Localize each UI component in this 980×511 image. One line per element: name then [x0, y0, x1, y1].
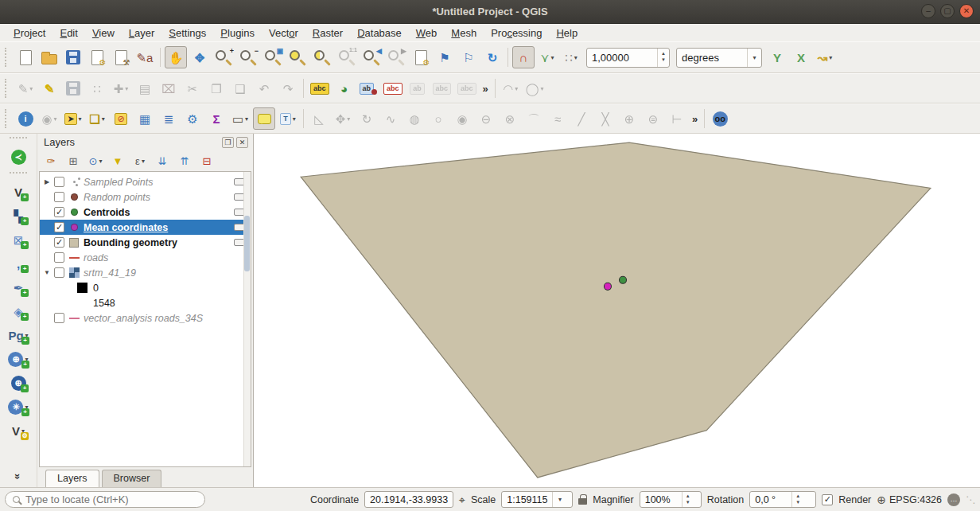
show-bookmark-manager-button[interactable]: ⚐ — [457, 46, 480, 68]
delete-part-button[interactable]: ⊗ — [499, 107, 521, 130]
copy-features-button[interactable]: ❐ — [205, 77, 228, 99]
select-features-button[interactable]: ➤▾ — [62, 107, 84, 130]
scale-combo[interactable]: 1:159115 ▾ — [501, 491, 573, 508]
menu-project[interactable]: Project — [6, 25, 52, 41]
extents-toggle-icon[interactable]: ⌖ — [459, 494, 465, 505]
layer-row-mean-coordinates[interactable]: ✓Mean coordinates — [40, 220, 251, 235]
toggle-editing-button[interactable]: ✎ — [38, 77, 60, 99]
layer-visibility-checkbox[interactable] — [54, 177, 64, 187]
left-toolbar-overflow[interactable]: » — [12, 471, 24, 482]
pan-to-selection-button[interactable]: ✥ — [189, 46, 211, 68]
add-part-button[interactable]: ○ — [427, 107, 449, 130]
panel-close-icon[interactable]: ✕ — [236, 137, 248, 148]
add-oracle-layer-button[interactable]: ◈+ — [6, 301, 30, 322]
chevron-down-icon[interactable]: ▾ — [747, 49, 761, 67]
open-layer-styling-button[interactable]: ✑ — [41, 152, 60, 170]
locate-input[interactable] — [25, 493, 197, 505]
tab-browser[interactable]: Browser — [102, 470, 162, 487]
style-manager-button[interactable]: ✎a — [134, 46, 156, 68]
move-feature-button[interactable]: ✥▾ — [332, 107, 354, 130]
show-hide-labels-button[interactable]: abc — [430, 77, 454, 99]
current-edits-button[interactable]: ✎▾ — [14, 77, 37, 99]
pan-map-button[interactable]: ✋ — [165, 46, 187, 68]
lock-scale-icon[interactable] — [578, 498, 587, 505]
scrollbar-thumb[interactable] — [244, 216, 250, 271]
add-raster-layer-button[interactable]: ▚+ — [6, 205, 30, 227]
layer-visibility-checkbox[interactable]: ✓ — [54, 207, 64, 217]
add-spatialite-layer-button[interactable]: ✒+ — [6, 277, 30, 298]
cut-features-button[interactable]: ✂ — [181, 77, 204, 99]
menu-web[interactable]: Web — [409, 25, 445, 41]
chevron-down-icon[interactable]: ▾ — [552, 492, 566, 507]
save-project-button[interactable] — [62, 46, 84, 68]
topological-editing-button[interactable]: Y — [766, 46, 788, 68]
layer-visibility-checkbox[interactable] — [54, 192, 64, 202]
menu-help[interactable]: Help — [549, 25, 585, 41]
layer-labeling-button[interactable]: abc — [308, 77, 332, 99]
menu-mesh[interactable]: Mesh — [444, 25, 484, 41]
delete-ring-button[interactable]: ⊖ — [475, 107, 497, 130]
panel-float-icon[interactable]: ❐ — [222, 137, 234, 148]
locate-bar[interactable] — [5, 491, 205, 508]
field-calculator-button[interactable]: ≣ — [158, 107, 180, 130]
toolbar-drag-handle[interactable] — [5, 48, 10, 67]
undo-button[interactable]: ↶ — [253, 77, 275, 99]
menu-layer[interactable]: Layer — [122, 25, 162, 41]
zoom-out-button[interactable]: − — [237, 46, 260, 68]
save-layer-edits-button[interactable] — [62, 77, 84, 99]
rotate-feature-button[interactable]: ↻ — [356, 107, 378, 130]
snapping-units-combo[interactable]: degrees▾ — [676, 48, 762, 68]
crs-globe-icon[interactable]: ⊕ — [877, 494, 886, 505]
zoom-native-resolution-button[interactable]: 1:1 — [336, 46, 359, 68]
tab-layers[interactable]: Layers — [45, 470, 99, 487]
add-wms-layer-button[interactable]: ⊕+▾ — [6, 349, 30, 370]
collapse-all-button[interactable]: ⇈ — [175, 152, 194, 170]
layer-row-bounding-geometry[interactable]: ✓Bounding geometry — [40, 235, 251, 250]
zoom-full-extent-button[interactable]: ▣ — [262, 46, 285, 68]
delete-selected-button[interactable]: ⌧ — [158, 77, 180, 99]
menu-edit[interactable]: Edit — [52, 25, 84, 41]
offset-curve-button[interactable]: ⌒ — [523, 107, 545, 130]
layer-visibility-checkbox[interactable] — [54, 252, 64, 263]
map-tips-button[interactable] — [253, 107, 275, 130]
cad-tools-button[interactable]: ◺ — [308, 107, 330, 130]
expander-icon[interactable]: ▶ — [43, 178, 51, 185]
close-button[interactable]: ✕ — [959, 4, 974, 18]
layer-visibility-checkbox[interactable] — [54, 267, 64, 278]
processing-toolbox-button[interactable]: ⚙ — [181, 107, 204, 130]
expand-all-button[interactable]: ⇊ — [153, 152, 172, 170]
new-print-layout-button[interactable]: ⚙ — [86, 46, 108, 68]
stepper-icons[interactable]: ▲▼ — [791, 492, 803, 507]
layer-diagram-button[interactable]: ◕ — [333, 77, 356, 99]
render-checkbox[interactable]: ✓ — [822, 494, 833, 505]
layer-row-random-points[interactable]: Random points — [40, 189, 251, 205]
zoom-to-layer-button[interactable] — [311, 46, 334, 68]
zoom-to-selection-button[interactable] — [286, 46, 309, 68]
snapping-type-button[interactable]: ∷▾ — [560, 46, 582, 68]
rotation-spinbox[interactable]: 0,0 ° ▲▼ — [749, 491, 816, 508]
text-annotation-button[interactable]: T▾ — [277, 107, 299, 130]
expander-icon[interactable]: ▼ — [43, 269, 51, 276]
show-spatial-bookmarks-button[interactable]: ⚑ — [434, 46, 456, 68]
toolbar-drag-handle[interactable] — [5, 109, 10, 128]
add-mesh-layer-button[interactable]: ⊠+ — [6, 229, 30, 251]
run-feature-action-button[interactable]: ◉▾ — [38, 107, 60, 130]
deselect-features-button[interactable]: ⊘ — [110, 107, 132, 130]
new-spatial-bookmark-button[interactable]: ⚙ — [410, 46, 432, 68]
zoom-next-button[interactable]: ▶ — [385, 46, 408, 68]
layer-visibility-checkbox[interactable] — [54, 313, 64, 323]
add-vector-layer-button[interactable]: V+ — [6, 181, 30, 203]
open-project-button[interactable] — [38, 46, 60, 68]
move-label-button[interactable]: ab — [406, 77, 429, 99]
messages-icon[interactable]: … — [947, 493, 960, 506]
maximize-button[interactable]: ▢ — [940, 4, 955, 18]
measure-button[interactable]: ▭▾ — [229, 107, 251, 130]
digitize-with-curve-button[interactable]: ◠▾ — [500, 77, 522, 99]
menu-vector[interactable]: Vector — [262, 25, 305, 41]
split-parts-button[interactable]: ╳ — [594, 107, 616, 130]
zoom-in-button[interactable]: + — [212, 46, 235, 68]
layer-visibility-checkbox[interactable]: ✓ — [54, 222, 64, 232]
change-label-button[interactable]: abc — [455, 77, 479, 99]
remove-layer-button[interactable]: ⊟ — [197, 152, 216, 170]
add-wcs-layer-button[interactable]: ⊕+ — [6, 373, 30, 394]
